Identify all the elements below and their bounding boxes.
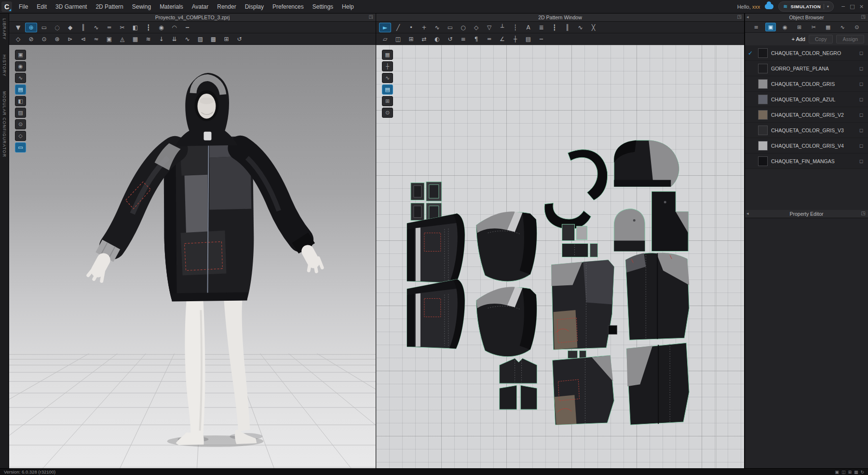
view-single-icon[interactable]: ▣	[835, 470, 839, 475]
internal-line-icon[interactable]: ┆	[509, 23, 521, 32]
garment-list-row[interactable]: ✓ CHAQUETA_COLOR_GRIS_V2 ◻	[745, 107, 868, 123]
chevron-down-icon[interactable]: ▾	[827, 4, 829, 9]
annotation-icon[interactable]: ¶	[470, 34, 482, 44]
menu-avatar[interactable]: Avatar	[188, 0, 213, 14]
pattern-piece-pocket-welts[interactable]	[411, 182, 442, 223]
view-grid-icon[interactable]: ⊞	[848, 470, 852, 475]
arrangement-tab-icon[interactable]: ⊞	[794, 23, 805, 31]
transform-pattern-icon[interactable]: ►	[379, 23, 391, 32]
zipper-2d-icon[interactable]: ┇	[548, 23, 560, 32]
menu-2d-pattern[interactable]: 2D Pattern	[91, 0, 127, 14]
arrangement-points-icon[interactable]: ◇	[15, 131, 26, 141]
maximize-icon[interactable]: □	[848, 3, 857, 10]
pin-create-icon[interactable]: ◇	[12, 34, 24, 44]
textured-pattern-icon[interactable]: ▤	[382, 84, 393, 95]
menu-materials[interactable]: Materials	[155, 0, 188, 14]
pattern-text-icon[interactable]: A	[522, 23, 534, 32]
make-polygon-icon[interactable]: ◇	[470, 23, 482, 32]
menu-edit[interactable]: Edit	[32, 0, 51, 14]
pin-box-icon[interactable]: ◆	[64, 23, 76, 32]
wind-icon[interactable]: ≋	[142, 34, 154, 44]
show-stitches-icon[interactable]: ┉	[535, 34, 547, 44]
steam-icon[interactable]: ∿	[181, 34, 193, 44]
show-garment-icon[interactable]: ▣	[15, 50, 26, 60]
app-logo-icon[interactable]: C	[1, 1, 12, 12]
view-quad-icon[interactable]: ▦	[854, 470, 858, 475]
fabric-swatch[interactable]	[758, 64, 768, 73]
viewport-3d-canvas[interactable]	[9, 45, 376, 468]
sewing-free-2d-icon[interactable]: ∿	[574, 23, 586, 32]
pattern-piece-back-body[interactable]	[625, 253, 689, 340]
angle-icon[interactable]: ∠	[496, 34, 508, 44]
show-pattern-mesh-icon[interactable]: ▦	[382, 50, 393, 60]
sewing-segment-icon[interactable]: ║	[77, 23, 89, 32]
item-box-icon[interactable]: ◻	[857, 66, 865, 71]
grading-icon[interactable]: ≣	[535, 23, 547, 32]
collapse-panel-icon[interactable]: ◂	[746, 211, 749, 216]
pattern-piece-side-panel-top[interactable]	[407, 214, 465, 283]
pattern-piece-back-lower[interactable]	[626, 343, 689, 425]
menu-display[interactable]: Display	[241, 0, 268, 14]
detach-icon[interactable]: ⊲	[77, 34, 89, 44]
pattern-pieces-canvas[interactable]	[376, 45, 744, 468]
dart-icon[interactable]: ▽	[483, 23, 495, 32]
attach-icon[interactable]: ⊳	[64, 34, 76, 44]
item-box-icon[interactable]: ◻	[857, 127, 865, 133]
topstitch-tab-icon[interactable]: ∿	[837, 23, 848, 31]
avatar-tab-icon[interactable]: ◉	[780, 23, 790, 31]
symmetric-paste-icon[interactable]: ⇄	[418, 34, 430, 44]
edit-sewing-icon[interactable]: ╳	[587, 23, 599, 32]
gravity-icon[interactable]: ↓	[155, 34, 167, 44]
item-box-icon[interactable]: ◻	[857, 112, 865, 117]
trace-icon[interactable]: ◫	[392, 34, 404, 44]
make-rectangle-icon[interactable]: ▭	[444, 23, 456, 32]
pattern-piece-front-lower[interactable]	[553, 350, 614, 425]
rotate-icon[interactable]: ↺	[444, 34, 456, 44]
rail-tab-modular-configurator[interactable]: MODULAR CONFIGURATOR	[2, 91, 7, 157]
smooth-icon[interactable]: ≈	[90, 34, 102, 44]
pin-remove-icon[interactable]: ⊘	[25, 34, 37, 44]
buttonhole-icon[interactable]: ◠	[168, 23, 180, 32]
menu-help[interactable]: Help	[338, 0, 358, 14]
reset-arrangement-icon[interactable]: ↺	[233, 34, 245, 44]
scissors-trim-icon[interactable]: ✂	[116, 23, 128, 32]
strain-icon[interactable]: ▨	[15, 108, 26, 118]
flatten-icon[interactable]: ◧	[129, 23, 141, 32]
tack-icon[interactable]: ⊙	[38, 34, 50, 44]
rail-tab-library[interactable]: LIBRARY	[2, 18, 7, 40]
fabric-swatch[interactable]	[758, 110, 768, 120]
garment-list-row[interactable]: ✓ GORRO_PARTE_PLANA ◻	[745, 61, 868, 76]
measure-2d-icon[interactable]: ═	[483, 34, 495, 44]
garment-list-row[interactable]: ✓ CHAQUETA_COLOR_GRIS_V4 ◻	[745, 138, 868, 154]
menu-sewing[interactable]: Sewing	[128, 0, 155, 14]
view-split-icon[interactable]: ◫	[841, 470, 846, 475]
measure-tape-icon[interactable]: ═	[103, 23, 115, 32]
item-box-icon[interactable]: ◻	[857, 81, 865, 86]
simulation-button[interactable]: ≋ SIMULATION ▾	[778, 1, 834, 12]
scene-list-icon[interactable]: ≡	[751, 23, 761, 31]
trim-tab-icon[interactable]: ✂	[808, 23, 819, 31]
pattern-piece-sleeve-bottom[interactable]	[476, 287, 537, 357]
cloud-sync-icon[interactable]	[765, 4, 773, 9]
undock-icon[interactable]: ◳	[861, 210, 866, 216]
pressure-icon[interactable]: ⇊	[168, 34, 180, 44]
edit-curvature-icon[interactable]: ∿	[431, 23, 443, 32]
fabric-swatch[interactable]	[758, 156, 768, 166]
clone-pattern-icon[interactable]: ⊞	[405, 34, 417, 44]
garment-tab-icon[interactable]: ▣	[765, 23, 776, 31]
menu-file[interactable]: File	[14, 0, 32, 14]
account-greeting[interactable]: Hello, xxx	[737, 4, 760, 10]
pattern-piece-sleeve-top[interactable]	[476, 211, 537, 281]
pattern-piece-hood-side-right[interactable]	[651, 192, 688, 251]
show-sewing-lines-icon[interactable]: ∿	[382, 73, 393, 83]
notch-icon[interactable]: ┴	[496, 23, 508, 32]
rail-tab-history[interactable]: HISTORY	[2, 55, 7, 77]
garment-list-row[interactable]: ✓ CHAQUETA_COLOR_AZUL ◻	[745, 92, 868, 107]
pattern-piece-cuff-left[interactable]	[500, 385, 517, 409]
undock-icon[interactable]: ◳	[737, 14, 742, 19]
pattern-piece-hood-crown[interactable]	[614, 140, 679, 187]
garment-list-row[interactable]: ✓ CHAQUETA_COLOR_GRIS_V3 ◻	[745, 123, 868, 138]
fabric-swatch[interactable]	[758, 126, 768, 135]
pattern-piece-hood-side-left[interactable]	[614, 209, 645, 251]
item-box-icon[interactable]: ◻	[857, 158, 865, 164]
